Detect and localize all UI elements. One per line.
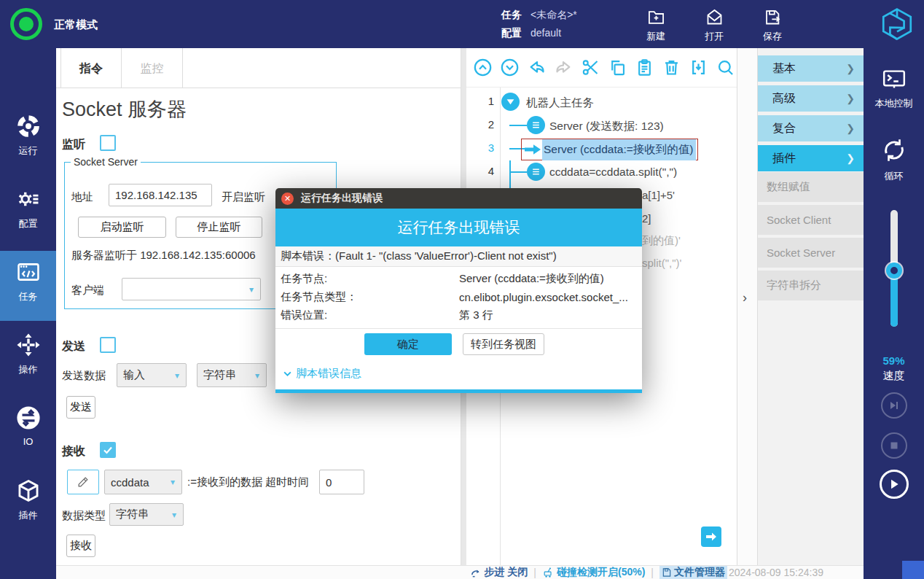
sidebar-config-label: 配置	[0, 217, 56, 230]
current-step-arrow-icon	[523, 143, 542, 156]
datatype-select[interactable]: 字符串▾	[109, 503, 184, 526]
dialog-goto-task-button[interactable]: 转到任务视图	[463, 333, 544, 355]
save-task-caption: 保存	[751, 30, 794, 43]
tree-row-server-send[interactable]: Server (发送数据: 123)	[549, 119, 664, 134]
arrow-right-icon	[705, 532, 717, 542]
tree-row-selected[interactable]: Server (ccddata:=接收到的值)	[521, 139, 698, 160]
edit-variable-button[interactable]	[67, 470, 99, 494]
recv-button[interactable]: 接收	[66, 535, 95, 557]
speed-slider-handle[interactable]	[886, 263, 902, 279]
send-button[interactable]: 发送	[66, 396, 95, 419]
step-next-button[interactable]	[881, 392, 907, 419]
client-select[interactable]: ▾	[122, 278, 261, 300]
task-meta: 任务<未命名>* 配置default	[501, 6, 577, 42]
statusbar-divider: |	[533, 567, 536, 578]
node-icon[interactable]	[527, 116, 545, 134]
open-task-button[interactable]: 打开	[692, 7, 736, 43]
send-checkbox[interactable]	[100, 337, 116, 353]
dialog-close-button[interactable]: ✕	[281, 193, 294, 205]
send-source-select[interactable]: 输入▾	[117, 363, 187, 387]
library-item-label: Socket Client	[767, 214, 831, 226]
step-mode-toggle[interactable]: 步进 关闭	[470, 566, 528, 579]
sidebar-io-label: IO	[0, 436, 56, 447]
recv-var-value: ccddata	[105, 476, 164, 489]
task-code-icon	[16, 274, 41, 287]
error-pos-label: 错误位置:	[281, 308, 327, 322]
search-node-button[interactable]	[715, 58, 735, 78]
close-icon: ✕	[284, 194, 291, 203]
play-button[interactable]	[880, 470, 909, 499]
sidebar-item-config[interactable]: 配置	[0, 178, 56, 248]
stop-button[interactable]	[881, 432, 907, 459]
local-control-label: 本地控制	[864, 97, 924, 110]
speed-label: 速度	[864, 369, 924, 383]
address-input[interactable]	[109, 184, 212, 206]
undo-button[interactable]	[526, 58, 547, 78]
accordion-header-advanced[interactable]: 高级❯	[758, 85, 864, 112]
triangle-down-icon	[506, 97, 515, 106]
stop-listen-button[interactable]: 停止监听	[176, 217, 262, 238]
recv-checkbox[interactable]	[100, 442, 116, 458]
collision-icon	[542, 567, 554, 578]
sidebar-item-task[interactable]: 任务	[0, 251, 56, 321]
recv-var-select[interactable]: ccddata▾	[104, 470, 182, 494]
open-task-caption: 打开	[692, 30, 736, 43]
speed-slider[interactable]	[890, 210, 898, 327]
chevron-down-icon: ▾	[168, 370, 186, 381]
collision-detect-toggle[interactable]: 碰撞检测开启(50%)	[542, 566, 645, 579]
config-name: default	[530, 27, 561, 39]
datetime-text: 2024-08-09 15:24:39	[729, 567, 823, 578]
tab-instruction[interactable]: 指令	[60, 48, 122, 88]
dialog-titlebar[interactable]: ✕ 运行任务出现错误	[275, 188, 642, 209]
library-item-array-assign[interactable]: 数组赋值	[758, 172, 864, 203]
task-label: 任务	[501, 9, 522, 20]
tree-line-number: 2	[466, 118, 494, 131]
accordion-header-plugin[interactable]: 插件❯︎	[758, 145, 864, 171]
tree-line-number: 3	[466, 141, 494, 154]
save-task-button[interactable]: 保存	[751, 7, 794, 43]
new-task-button[interactable]: 新建	[634, 7, 678, 43]
sidebar-item-plugin[interactable]: 插件	[0, 470, 56, 540]
chevron-right-icon: ❯	[846, 93, 855, 104]
collapse-up-button[interactable]	[472, 58, 493, 78]
loop-button[interactable]: 循环	[864, 136, 924, 183]
local-control-button[interactable]: 本地控制	[864, 69, 924, 110]
dialog-ok-button[interactable]: 确定	[364, 333, 452, 355]
cut-button[interactable]	[580, 58, 600, 78]
file-manager-button[interactable]: 文件管理器	[659, 566, 727, 579]
chevron-right-icon: ❯	[846, 63, 855, 74]
accordion-header-basic[interactable]: 基本❯	[758, 55, 864, 82]
root-node-icon[interactable]	[501, 93, 520, 111]
library-item-socket-server[interactable]: Socket Server	[758, 238, 864, 269]
sidebar-item-io[interactable]: IO	[0, 397, 56, 467]
expand-down-button[interactable]	[499, 58, 520, 78]
delete-button[interactable]	[661, 58, 681, 78]
paste-button[interactable]	[634, 58, 654, 78]
sidebar-item-run[interactable]: 运行	[0, 105, 56, 175]
tree-row-root[interactable]: 机器人主任务	[526, 96, 594, 111]
redo-button[interactable]	[553, 58, 573, 78]
collapse-chevron-right-icon[interactable]: ›	[743, 290, 747, 306]
send-type-select[interactable]: 字符串▾	[197, 363, 267, 387]
group-legend: Socket Server	[71, 156, 141, 168]
listen-checkbox[interactable]	[100, 135, 116, 151]
accordion-header-compound[interactable]: 复合❯	[758, 115, 864, 141]
tree-row-fragment: 到的值)'	[642, 234, 681, 248]
file-manager-label: 文件管理器	[674, 566, 725, 579]
timeout-input[interactable]	[319, 470, 364, 494]
sidebar-item-jog[interactable]: 操作	[0, 324, 56, 394]
tree-row-split[interactable]: ccddata=ccddata.split(",")	[549, 166, 677, 179]
library-item-socket-client[interactable]: Socket Client	[758, 205, 864, 236]
statusbar-divider: |	[651, 567, 654, 578]
start-listen-button[interactable]: 启动监听	[78, 217, 166, 238]
node-icon[interactable]	[527, 163, 545, 181]
insert-node-button[interactable]	[688, 58, 708, 78]
task-name: <未命名>*	[530, 9, 577, 20]
copy-button[interactable]	[607, 58, 627, 78]
script-error-info-link[interactable]: 脚本错误信息	[283, 367, 361, 381]
library-item-string-split[interactable]: 字符串拆分	[758, 271, 864, 302]
chevron-down-icon: ▾	[164, 477, 181, 487]
goto-current-step-button[interactable]	[701, 526, 721, 547]
listen-label: 监听	[62, 137, 85, 152]
tab-monitor[interactable]: 监控	[122, 48, 183, 88]
